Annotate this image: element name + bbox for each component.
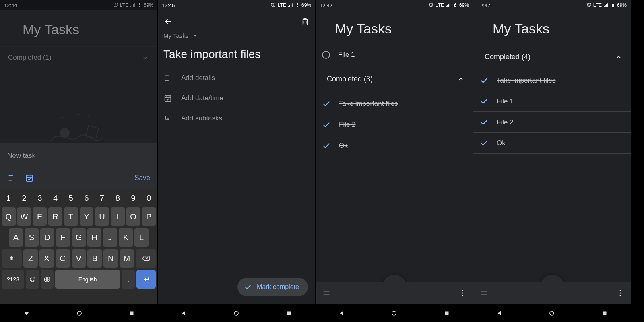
- symbols-key[interactable]: ?123: [2, 270, 24, 289]
- key[interactable]: T: [64, 207, 78, 226]
- nav-back-icon[interactable]: [496, 310, 503, 317]
- page-title: My Tasks: [316, 10, 473, 44]
- key[interactable]: D: [40, 228, 54, 247]
- page-title: My Tasks: [473, 10, 631, 44]
- check-icon[interactable]: [480, 97, 489, 106]
- nav-back-icon[interactable]: [23, 309, 31, 317]
- key[interactable]: C: [56, 249, 70, 268]
- back-button[interactable]: [163, 17, 172, 26]
- period-key[interactable]: .: [122, 270, 134, 289]
- nav-back-icon[interactable]: [338, 310, 345, 317]
- key[interactable]: K: [119, 228, 133, 247]
- nav-home-icon[interactable]: [548, 309, 556, 317]
- key[interactable]: G: [72, 228, 86, 247]
- delete-button[interactable]: [301, 17, 310, 26]
- task-label: File 1: [497, 97, 514, 105]
- task-title[interactable]: Take important files: [158, 42, 315, 68]
- keyboard[interactable]: 1234567890 QWERTYUIOP ASDFGHJKL ZXCVBNM …: [0, 189, 157, 304]
- key[interactable]: 7: [95, 191, 109, 205]
- check-icon[interactable]: [322, 141, 331, 150]
- check-icon[interactable]: [480, 139, 489, 148]
- key[interactable]: 3: [33, 191, 47, 205]
- emoji-key[interactable]: [26, 270, 39, 289]
- key[interactable]: A: [9, 228, 23, 247]
- add-details-row[interactable]: Add details: [158, 68, 315, 88]
- save-button[interactable]: Save: [134, 174, 150, 182]
- completed-section-header[interactable]: Completed (3): [316, 65, 473, 93]
- nav-home-icon[interactable]: [390, 309, 398, 317]
- android-nav: [316, 304, 473, 322]
- key[interactable]: V: [72, 249, 86, 268]
- key[interactable]: 1: [2, 191, 16, 205]
- add-details-icon[interactable]: [7, 173, 16, 182]
- completed-task-row[interactable]: Ok: [316, 135, 473, 156]
- key[interactable]: 8: [111, 191, 125, 205]
- key[interactable]: 5: [64, 191, 78, 205]
- key[interactable]: R: [48, 207, 62, 226]
- key[interactable]: O: [126, 207, 140, 226]
- globe-key[interactable]: [41, 270, 54, 289]
- key[interactable]: L: [134, 228, 149, 247]
- check-icon[interactable]: [480, 76, 489, 85]
- menu-icon[interactable]: [480, 289, 489, 297]
- key[interactable]: B: [87, 249, 102, 268]
- overflow-icon[interactable]: [458, 289, 466, 297]
- completed-task-row[interactable]: File 2: [473, 112, 631, 133]
- key[interactable]: F: [56, 228, 70, 247]
- nav-recent-icon[interactable]: [601, 310, 608, 317]
- key[interactable]: Y: [80, 207, 94, 226]
- add-datetime-row[interactable]: Add date/time: [158, 88, 315, 108]
- new-task-input[interactable]: [7, 152, 150, 160]
- nav-home-icon[interactable]: [75, 309, 83, 317]
- key[interactable]: 4: [48, 191, 62, 205]
- nav-recent-icon[interactable]: [128, 310, 135, 317]
- key[interactable]: S: [25, 228, 39, 247]
- task-radio[interactable]: [322, 51, 330, 59]
- key[interactable]: 6: [80, 191, 94, 205]
- key[interactable]: X: [39, 249, 54, 268]
- key[interactable]: N: [103, 249, 118, 268]
- key[interactable]: M: [120, 249, 134, 268]
- key[interactable]: E: [33, 207, 47, 226]
- check-icon[interactable]: [322, 120, 331, 129]
- key[interactable]: 2: [17, 191, 31, 205]
- key[interactable]: I: [111, 207, 125, 226]
- completed-task-row[interactable]: Take important files: [473, 70, 631, 91]
- check-icon[interactable]: [480, 118, 489, 127]
- add-date-icon[interactable]: [25, 173, 34, 182]
- key[interactable]: 9: [126, 191, 140, 205]
- enter-key[interactable]: [136, 270, 156, 289]
- overflow-icon[interactable]: [616, 289, 624, 297]
- key[interactable]: 0: [142, 191, 156, 205]
- nav-back-icon[interactable]: [180, 310, 188, 317]
- key[interactable]: J: [103, 228, 117, 247]
- chevron-up-icon: [615, 53, 623, 61]
- menu-icon[interactable]: [322, 289, 331, 297]
- key[interactable]: W: [17, 207, 31, 226]
- completed-section-header[interactable]: Completed (1): [0, 47, 157, 68]
- shift-key[interactable]: [2, 249, 22, 268]
- space-key[interactable]: English: [55, 270, 120, 289]
- completed-task-row[interactable]: File 2: [316, 114, 473, 135]
- key[interactable]: Q: [2, 207, 16, 226]
- key[interactable]: H: [87, 228, 101, 247]
- completed-task-row[interactable]: File 1: [473, 91, 631, 112]
- add-details-label: Add details: [181, 74, 215, 82]
- nav-recent-icon[interactable]: [443, 310, 450, 317]
- mark-complete-button[interactable]: Mark complete: [237, 278, 308, 296]
- key[interactable]: Z: [23, 249, 38, 268]
- nav-recent-icon[interactable]: [285, 310, 293, 317]
- list-selector[interactable]: My Tasks: [158, 32, 315, 42]
- completed-task-row[interactable]: Take important files: [316, 93, 473, 114]
- page-title: My Tasks: [0, 10, 157, 46]
- check-icon[interactable]: [322, 99, 331, 108]
- add-subtasks-row[interactable]: Add subtasks: [158, 108, 315, 128]
- backspace-key[interactable]: [136, 249, 156, 268]
- task-row[interactable]: File 1: [316, 44, 473, 65]
- nav-home-icon[interactable]: [232, 309, 240, 317]
- key[interactable]: U: [95, 207, 109, 226]
- completed-section-header[interactable]: Completed (4): [473, 44, 631, 70]
- completed-task-row[interactable]: Ok: [473, 133, 631, 154]
- signal-icon: [603, 2, 609, 8]
- key[interactable]: P: [142, 207, 156, 226]
